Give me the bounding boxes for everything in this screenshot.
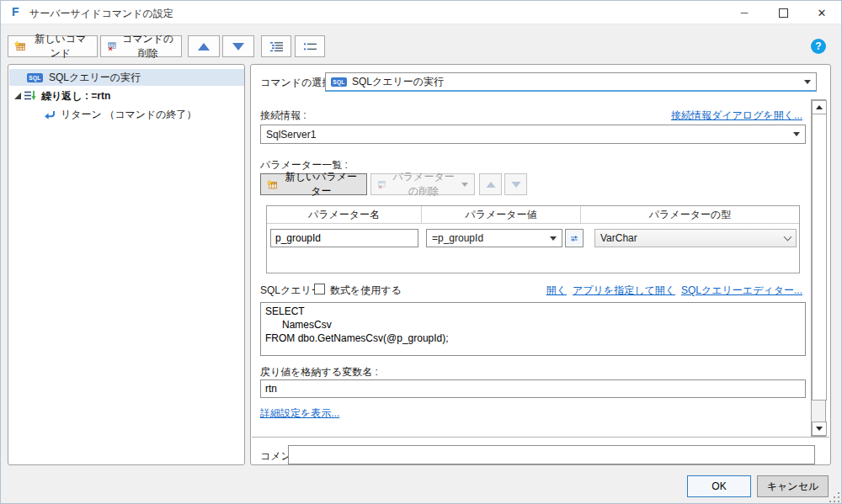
parameter-table-header: パラメーター名 パラメーター値 パラメーターの型 [267, 206, 799, 224]
expander-icon[interactable] [14, 93, 21, 99]
window-title: サーバーサイドコマンドの設定 [29, 7, 173, 21]
cancel-button[interactable]: キャンセル [757, 475, 829, 497]
new-command-button[interactable]: 新しいコマンド [8, 35, 98, 57]
show-advanced-settings-link[interactable]: 詳細設定を表示... [260, 406, 339, 421]
outline-list-icon [270, 41, 283, 52]
return-variable-label: 戻り値を格納する変数名 : [260, 365, 378, 379]
return-variable-input[interactable] [260, 379, 806, 398]
parameter-down-button[interactable] [504, 173, 527, 195]
arrow-down-icon [816, 427, 823, 431]
parameter-value-combobox[interactable]: =p_groupId [426, 229, 562, 247]
delete-command-icon [107, 40, 116, 52]
open-connection-dialog-link[interactable]: 接続情報ダイアログを開く... [671, 109, 802, 123]
connection-combobox[interactable]: SqlServer1 [260, 125, 806, 144]
tree-item-label: リターン （コマンドの終了） [61, 108, 197, 122]
chevron-down-icon [461, 183, 468, 187]
sql-query-editor-link[interactable]: SQLクエリーエディター... [681, 284, 802, 298]
parameter-type-select[interactable]: VarChar [594, 229, 797, 247]
parameter-table: パラメーター名 パラメーター値 パラメーターの型 =p_groupId [266, 205, 800, 273]
column-header-value: パラメーター値 [422, 206, 581, 223]
help-icon[interactable]: ? [811, 39, 826, 54]
column-header-type: パラメーターの型 [581, 206, 799, 223]
command-select-value: SQLクエリーの実行 [352, 75, 444, 89]
delete-parameter-icon [377, 179, 386, 190]
maximize-icon [779, 8, 788, 18]
scrollbar-thumb[interactable] [812, 114, 827, 401]
column-header-name: パラメーター名 [267, 206, 422, 223]
dialog-window: F サーバーサイドコマンドの設定 ─ ✕ 新しいコマンド [0, 0, 842, 504]
loop-icon [24, 90, 36, 102]
arrow-down-icon [511, 181, 520, 187]
sql-query-label: SQLクエリー [260, 284, 322, 298]
tree-item-loop[interactable]: 繰り返し : =rtn [9, 88, 244, 104]
use-formula-checkbox[interactable] [314, 284, 325, 294]
delete-command-label: コマンドの削除 [120, 32, 175, 61]
scroll-down-button[interactable] [812, 422, 827, 436]
delete-parameter-button[interactable]: パラメーターの削除 [370, 173, 475, 195]
command-select-combobox[interactable]: SQL SQLクエリーの実行 [325, 72, 817, 92]
chevron-down-icon [784, 233, 792, 241]
new-command-icon [14, 40, 26, 52]
comment-input[interactable] [288, 445, 815, 464]
flat-list-button[interactable] [295, 35, 325, 57]
tree-item-sql-query[interactable]: SQL SQLクエリーの実行 [9, 69, 244, 86]
minimize-button[interactable]: ─ [725, 1, 764, 24]
new-parameter-button[interactable]: 新しいパラメーター [260, 173, 367, 195]
open-link[interactable]: 開く [546, 284, 567, 298]
parameter-value-text: =p_groupId [432, 232, 483, 244]
parameter-up-button[interactable] [479, 173, 502, 195]
close-icon: ✕ [818, 7, 827, 19]
tree-item-return[interactable]: リターン （コマンドの終了） [9, 106, 244, 123]
new-command-label: 新しいコマンド [30, 32, 91, 61]
minimize-icon: ─ [741, 7, 749, 19]
arrow-down-icon [232, 43, 244, 50]
sql-links: 開く アプリを指定して開く SQLクエリーエディター... [546, 284, 802, 298]
window-controls: ─ ✕ [725, 1, 841, 24]
arrow-up-icon [486, 181, 495, 187]
tree-item-label: 繰り返し : =rtn [41, 89, 110, 103]
separator [252, 437, 829, 438]
delete-parameter-label: パラメーターの削除 [390, 170, 457, 199]
chevron-down-icon [550, 236, 557, 241]
sql-query-textarea[interactable]: SELECT NamesCsv FROM dbo.GetNamesCsv(@p_… [260, 302, 806, 356]
chevron-down-icon [804, 80, 811, 84]
new-parameter-icon [267, 179, 278, 190]
connection-value: SqlServer1 [266, 129, 316, 141]
new-parameter-label: 新しいパラメーター [282, 170, 360, 199]
arrow-up-icon [816, 105, 823, 109]
app-logo-icon: F [12, 5, 19, 19]
parameter-table-row: =p_groupId VarChar [267, 224, 799, 274]
delete-command-button[interactable]: コマンドの削除 [100, 35, 182, 57]
formula-sliders-icon [571, 234, 578, 243]
move-up-button[interactable] [188, 35, 220, 57]
resize-grip[interactable] [829, 492, 831, 494]
titlebar: F サーバーサイドコマンドの設定 ─ ✕ [1, 1, 841, 24]
close-button[interactable]: ✕ [802, 1, 841, 24]
use-formula-label: 数式を使用する [330, 284, 402, 298]
move-down-button[interactable] [222, 35, 254, 57]
return-icon [44, 109, 56, 120]
open-with-app-link[interactable]: アプリを指定して開く [573, 284, 675, 298]
ok-button[interactable]: OK [687, 475, 751, 497]
command-settings-panel: コマンドの選択 : SQL SQLクエリーの実行 接続情報 : 接続情報ダイアロ… [250, 64, 831, 465]
formula-editor-button[interactable] [565, 229, 584, 247]
tree-item-label: SQLクエリーの実行 [49, 71, 141, 85]
flat-list-icon [304, 41, 317, 52]
scrollbar[interactable] [811, 99, 826, 437]
scroll-up-button[interactable] [812, 100, 827, 114]
parameter-type-value: VarChar [600, 232, 637, 244]
sql-icon: SQL [27, 73, 43, 82]
maximize-button[interactable] [764, 1, 802, 24]
parameter-name-input[interactable] [270, 229, 418, 247]
chevron-down-icon [793, 132, 800, 136]
outline-list-button[interactable] [261, 35, 291, 57]
connection-label: 接続情報 : [260, 109, 306, 123]
arrow-up-icon [198, 43, 210, 50]
sql-icon: SQL [331, 77, 347, 87]
command-tree-panel: SQL SQLクエリーの実行 繰り返し : =rtn リターン （コマンドの終了… [8, 64, 245, 465]
